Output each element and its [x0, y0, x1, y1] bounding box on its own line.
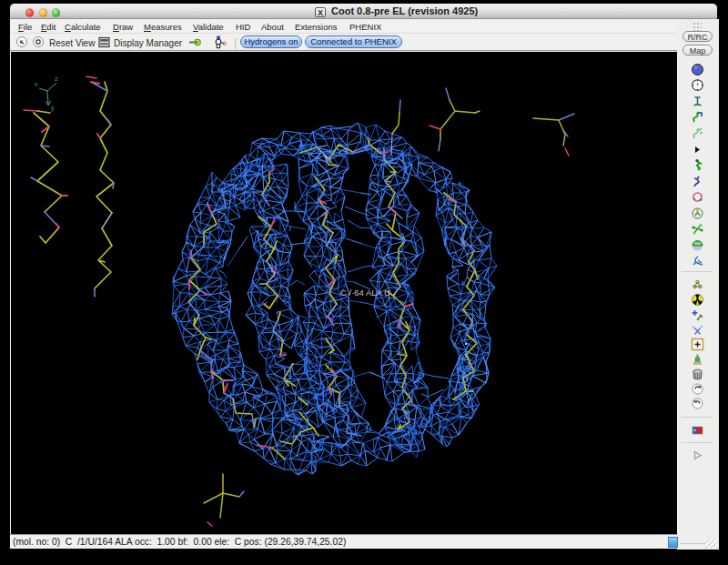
svg-text:C /·64 ALA U: C /·64 ALA U	[340, 288, 390, 298]
svg-text:Side: Side	[694, 242, 701, 246]
svg-text:y: y	[51, 105, 55, 112]
svg-text:x: x	[35, 81, 38, 87]
svg-text:z: z	[55, 76, 58, 82]
